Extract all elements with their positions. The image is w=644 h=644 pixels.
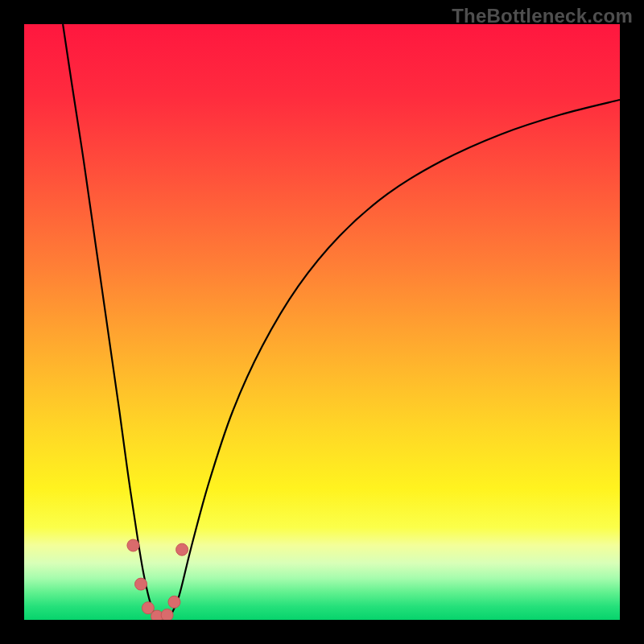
highlight-marker [176,543,188,555]
highlight-marker [135,578,147,590]
highlight-marker [127,539,139,551]
highlight-marker [161,609,173,620]
gradient-background [24,24,620,620]
highlight-marker [168,596,180,608]
bottleneck-chart [24,24,620,620]
chart-frame [24,24,620,620]
